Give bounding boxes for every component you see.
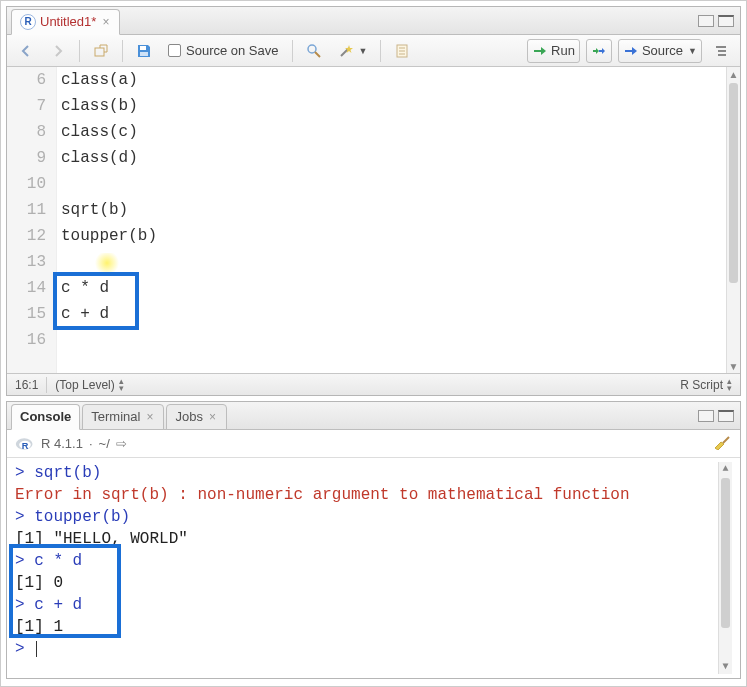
wd-picker-icon[interactable]: ⇨ (116, 436, 127, 451)
compile-report-button[interactable] (389, 39, 415, 63)
run-arrow-icon (532, 43, 548, 59)
show-in-new-window-button[interactable] (88, 39, 114, 63)
console-line: [1] 1 (15, 616, 718, 638)
code-line[interactable]: class(a) (61, 67, 726, 93)
source-on-save-checkbox[interactable]: Source on Save (163, 39, 284, 63)
svg-rect-1 (140, 46, 146, 50)
svg-point-3 (308, 45, 316, 53)
console-tab-label: Console (20, 409, 71, 424)
code-line[interactable]: c + d (61, 301, 726, 327)
tab-console[interactable]: Console (11, 404, 80, 430)
console-line: [1] "HELLO, WORLD" (15, 528, 718, 550)
broom-icon (712, 434, 732, 450)
console-line: > toupper(b) (15, 506, 718, 528)
outline-button[interactable] (708, 39, 734, 63)
run-label: Run (551, 43, 575, 58)
checkbox-icon (168, 44, 181, 57)
jobs-tab-label: Jobs (175, 409, 202, 424)
console-body[interactable]: > sqrt(b)Error in sqrt(b) : non-numeric … (7, 458, 740, 678)
line-number: 12 (7, 223, 46, 249)
code-line[interactable]: c * d (61, 275, 726, 301)
close-tab-icon[interactable]: × (207, 411, 218, 423)
wand-icon (338, 43, 354, 59)
rerun-button[interactable] (586, 39, 612, 63)
floppy-icon (136, 43, 152, 59)
clear-console-button[interactable] (712, 434, 732, 453)
editor-statusbar: 16:1 (Top Level) ▴▾ R Script ▴▾ (7, 373, 740, 395)
magnifier-icon (306, 43, 322, 59)
scroll-down-icon[interactable]: ▼ (727, 359, 740, 373)
editor-vertical-scrollbar[interactable]: ▲ ▼ (726, 67, 740, 373)
code-line[interactable] (61, 249, 726, 275)
svg-rect-2 (140, 52, 148, 56)
console-line: > sqrt(b) (15, 462, 718, 484)
svg-rect-0 (95, 48, 104, 56)
scope-selector[interactable]: (Top Level) ▴▾ (55, 378, 123, 392)
notebook-icon (394, 43, 410, 59)
editor-file-tab[interactable]: R Untitled1* × (11, 9, 120, 35)
find-button[interactable] (301, 39, 327, 63)
editor-tabstrip: R Untitled1* × (7, 7, 740, 35)
code-line[interactable]: sqrt(b) (61, 197, 726, 223)
code-line[interactable] (61, 327, 726, 353)
scroll-up-icon[interactable]: ▲ (727, 67, 740, 81)
rerun-icon (591, 43, 607, 59)
line-number-gutter: 678910111213141516 (7, 67, 57, 373)
file-tab-name: Untitled1* (40, 14, 96, 29)
editor-window-controls (698, 15, 740, 27)
arrow-left-icon (18, 43, 34, 59)
console-line: > c + d (15, 594, 718, 616)
filetype-selector[interactable]: R Script ▴▾ (680, 378, 732, 392)
console-window-controls (698, 410, 740, 422)
code-line[interactable]: class(d) (61, 145, 726, 171)
info-dot: · (89, 436, 93, 451)
source-label: Source (642, 43, 683, 58)
maximize-pane-icon[interactable] (718, 15, 734, 27)
console-text[interactable]: > sqrt(b)Error in sqrt(b) : non-numeric … (15, 462, 718, 674)
separator (79, 40, 80, 62)
minimize-pane-icon[interactable] (698, 410, 714, 422)
minimize-pane-icon[interactable] (698, 15, 714, 27)
save-button[interactable] (131, 39, 157, 63)
separator (380, 40, 381, 62)
close-tab-icon[interactable]: × (100, 16, 111, 28)
separator (122, 40, 123, 62)
scroll-thumb[interactable] (729, 83, 738, 283)
source-arrow-icon (623, 43, 639, 59)
run-button[interactable]: Run (527, 39, 580, 63)
console-line: [1] 0 (15, 572, 718, 594)
terminal-tab-label: Terminal (91, 409, 140, 424)
cursor-position: 16:1 (15, 378, 38, 392)
code-line[interactable]: toupper(b) (61, 223, 726, 249)
console-info-bar: R R 4.1.1 · ~/ ⇨ (7, 430, 740, 458)
separator (292, 40, 293, 62)
line-number: 9 (7, 145, 46, 171)
scroll-thumb[interactable] (721, 478, 730, 628)
source-button[interactable]: Source ▼ (618, 39, 702, 63)
scope-label: (Top Level) (55, 378, 114, 392)
line-number: 16 (7, 327, 46, 353)
line-number: 10 (7, 171, 46, 197)
tab-jobs[interactable]: Jobs × (166, 404, 226, 430)
line-number: 7 (7, 93, 46, 119)
close-tab-icon[interactable]: × (144, 411, 155, 423)
editor-body[interactable]: 678910111213141516 class(a)class(b)class… (7, 67, 740, 373)
console-prompt[interactable]: > (15, 638, 718, 660)
line-number: 13 (7, 249, 46, 275)
back-button[interactable] (13, 39, 39, 63)
code-line[interactable]: class(b) (61, 93, 726, 119)
maximize-pane-icon[interactable] (718, 410, 734, 422)
line-number: 6 (7, 67, 46, 93)
tab-terminal[interactable]: Terminal × (82, 404, 164, 430)
forward-button[interactable] (45, 39, 71, 63)
svg-line-18 (723, 437, 729, 443)
code-line[interactable]: class(c) (61, 119, 726, 145)
code-tools-button[interactable]: ▼ (333, 39, 373, 63)
popout-icon (93, 43, 109, 59)
code-line[interactable] (61, 171, 726, 197)
console-vertical-scrollbar[interactable]: ▲ ▼ (718, 462, 732, 674)
chevron-down-icon: ▼ (688, 46, 697, 56)
scroll-up-icon[interactable]: ▲ (719, 462, 732, 476)
scroll-down-icon[interactable]: ▼ (719, 660, 732, 674)
code-area[interactable]: class(a)class(b)class(c)class(d)sqrt(b)t… (57, 67, 726, 373)
